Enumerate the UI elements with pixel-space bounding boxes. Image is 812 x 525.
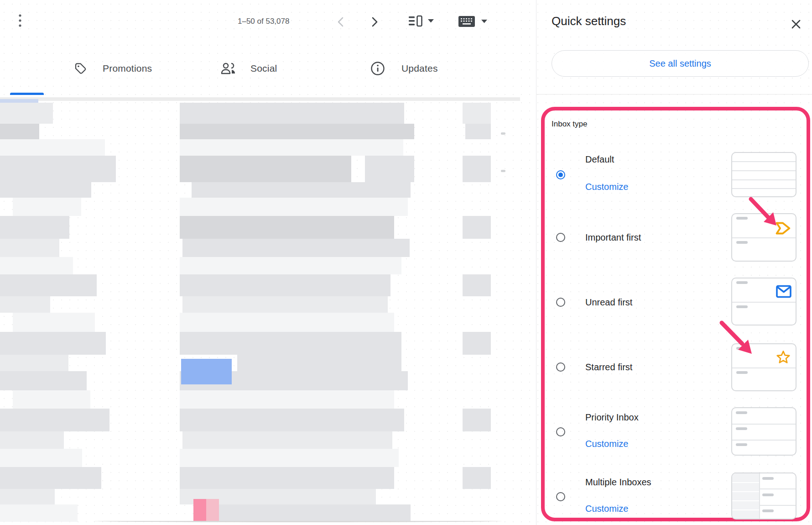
radio-default[interactable] [556, 170, 565, 179]
blurred-block [180, 449, 399, 467]
thumb-priority-inbox [731, 407, 796, 456]
option-multiple-inboxes-label[interactable]: Multiple Inboxes [585, 476, 651, 488]
blurred-block [463, 274, 491, 296]
blurred-block [0, 182, 91, 198]
unread-envelope-icon [776, 285, 791, 298]
star-icon [776, 350, 791, 365]
option-starred-first-label[interactable]: Starred first [585, 361, 632, 373]
customize-multiple-link[interactable]: Customize [585, 503, 628, 514]
blurred-block [463, 467, 491, 489]
blurred-block [0, 274, 97, 296]
blurred-block [182, 239, 410, 257]
radio-multiple-inboxes[interactable] [556, 492, 565, 501]
thumb-row-gap [732, 509, 759, 510]
blurred-block [0, 332, 106, 355]
thumb-text-pill [736, 371, 748, 374]
panel-divider [536, 94, 812, 94]
thumb-row-gap [732, 491, 759, 492]
blurred-block [206, 499, 219, 521]
annotation-arrow-icon [747, 195, 780, 229]
blurred-block [13, 390, 90, 409]
radio-important-first[interactable] [556, 233, 565, 242]
blurred-block [0, 239, 59, 257]
blurred-block [0, 257, 73, 274]
thumb-left-column [732, 473, 759, 519]
blurred-block [0, 216, 69, 239]
panel-title: Quick settings [552, 14, 626, 28]
blurred-block [193, 499, 206, 521]
blurred-block [180, 332, 401, 355]
blurred-block [463, 103, 491, 124]
inbox-type-section-label: Inbox type [552, 120, 587, 129]
radio-priority-inbox[interactable] [556, 427, 565, 436]
blurred-block [180, 274, 390, 296]
blurred-block [182, 431, 392, 449]
blurred-block [0, 371, 87, 390]
blurred-block [365, 156, 414, 182]
blurred-block [0, 296, 50, 313]
thumb-divider [732, 188, 796, 189]
gmail-window: 1–50 of 53,078 [0, 0, 812, 525]
blurred-block [0, 431, 64, 449]
thumb-multiple-inboxes [731, 472, 796, 520]
customize-default-link[interactable]: Customize [585, 181, 628, 193]
close-panel-button[interactable] [788, 16, 804, 32]
blurred-block [463, 409, 491, 431]
thumb-text-pill [736, 305, 748, 308]
blurred-block [465, 124, 491, 139]
blurred-block [180, 257, 401, 274]
blurred-block [180, 390, 394, 409]
thumb-divider [732, 440, 796, 441]
blurred-block [180, 313, 394, 332]
thumb-text-pill [736, 217, 748, 220]
thumb-text-pill [762, 509, 774, 512]
thumb-divider [732, 170, 796, 171]
scrollbar-mark [501, 170, 505, 172]
annotation-arrow-icon [718, 319, 756, 357]
thumb-text-pill [762, 493, 774, 496]
blurred-block [463, 156, 491, 182]
blurred-block [180, 216, 394, 239]
thumb-text-pill [736, 427, 747, 430]
blurred-block [180, 156, 351, 182]
thumb-divider [732, 424, 796, 425]
thumb-text-pill [736, 443, 747, 446]
blurred-block [180, 409, 404, 431]
blurred-block [463, 216, 491, 239]
option-priority-inbox-label[interactable]: Priority Inbox [585, 411, 639, 423]
blurred-block [0, 504, 78, 522]
blurred-block [180, 467, 394, 489]
thumb-divider [732, 368, 796, 368]
option-unread-first-label[interactable]: Unread first [585, 296, 632, 308]
option-important-first-label[interactable]: Important first [585, 231, 641, 243]
blurred-block [0, 99, 38, 103]
blurred-block [13, 313, 95, 332]
blurred-block [0, 97, 520, 101]
thumb-divider [732, 161, 796, 162]
radio-unread-first[interactable] [556, 298, 565, 307]
thumb-text-pill [762, 477, 774, 480]
option-default-label[interactable]: Default [585, 153, 614, 165]
blurred-block [0, 467, 101, 489]
thumb-text-pill [736, 241, 748, 244]
close-icon [791, 19, 802, 30]
thumb-divider [759, 488, 796, 489]
see-all-settings-button[interactable]: See all settings [552, 50, 809, 77]
blurred-block [0, 449, 82, 467]
blurred-block [180, 124, 414, 139]
thumb-divider [759, 473, 760, 519]
see-all-settings-label: See all settings [649, 58, 711, 69]
blurred-block [237, 355, 401, 371]
thumb-text-pill [736, 411, 747, 414]
thumb-divider [759, 505, 796, 506]
thumb-text-pill [736, 281, 748, 284]
blurred-block [181, 359, 232, 384]
customize-priority-link[interactable]: Customize [585, 438, 628, 450]
blurred-block [0, 355, 68, 371]
thumb-divider [732, 179, 796, 180]
thumb-divider [732, 237, 796, 238]
blurred-block [0, 124, 39, 139]
radio-starred-first[interactable] [556, 362, 565, 372]
thumb-divider [732, 302, 796, 303]
email-list-blurred [0, 0, 520, 525]
